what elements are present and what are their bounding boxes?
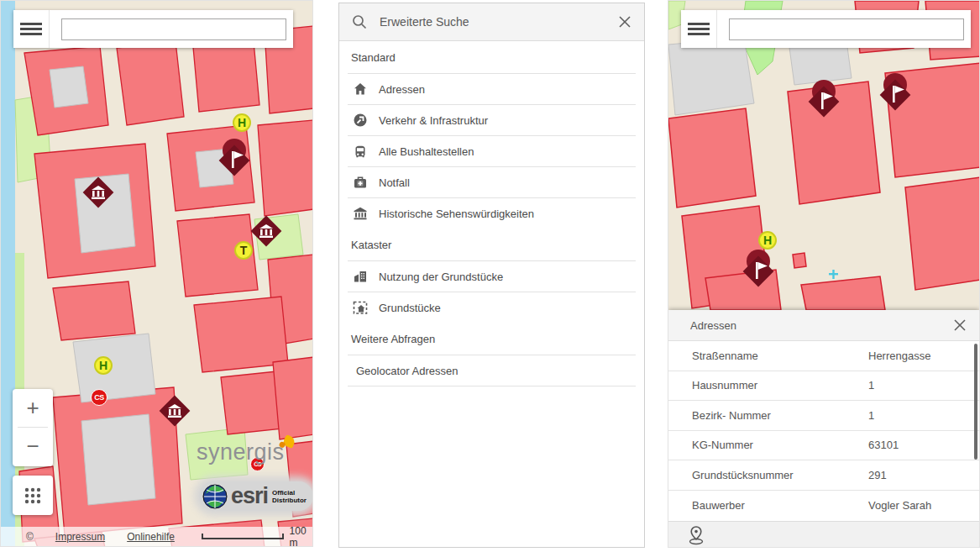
attribute-row: Hausnummer 1 [668, 371, 979, 402]
map-toolbar [13, 10, 293, 48]
bus-stop-badge[interactable]: H [94, 356, 113, 375]
impressum-link[interactable]: Impressum [55, 531, 105, 543]
parcel-icon [352, 299, 369, 316]
transit-icon [352, 112, 369, 129]
zoom-control: + − [13, 389, 53, 466]
search-item-notfall[interactable]: Notfall [339, 167, 644, 197]
close-feature-info-button[interactable] [952, 318, 967, 333]
hamburger-menu-button[interactable] [13, 10, 50, 48]
map-panel-detail: H Adressen Straßenname Herrengasse [668, 0, 980, 548]
section-label-weitere-abfragen: Weitere Abfragen [339, 323, 644, 355]
grid-icon [23, 486, 43, 506]
attribute-row: Bauwerber Vogler Sarah [668, 491, 979, 521]
copyright-symbol: © [26, 531, 34, 543]
onlinehilfe-link[interactable]: Onlinehilfe [127, 531, 175, 543]
synergis-logo: synergis [197, 439, 285, 465]
museum-marker[interactable] [81, 176, 115, 213]
museum-icon [352, 205, 369, 222]
feature-info-toolbar [668, 521, 979, 548]
search-item-adressen[interactable]: Adressen [339, 74, 644, 104]
scale-bar [202, 534, 284, 539]
feature-info-title: Adressen [690, 319, 952, 332]
advanced-search-panel: Erweiterte Suche Standard Adressen Verke… [338, 3, 645, 548]
sheet-scrollbar[interactable] [974, 344, 977, 460]
land-use-icon [352, 268, 369, 285]
zoom-in-button[interactable]: + [13, 389, 53, 427]
search-item-geolocator-adressen[interactable]: Geolocator Adressen [339, 355, 644, 386]
museum-marker[interactable] [249, 214, 283, 251]
attribute-row: Bezirk- Nummer 1 [668, 401, 979, 431]
search-item-grundstuecke[interactable]: Grundstücke [339, 292, 644, 323]
feature-info-sheet: Adressen Straßenname Herrengasse Hausnum… [668, 310, 979, 548]
search-panel-header: Erweiterte Suche [339, 3, 644, 41]
citybus-badge[interactable]: CS [91, 389, 107, 406]
hamburger-icon [688, 20, 710, 38]
search-panel-title: Erweiterte Suche [380, 15, 617, 29]
close-icon [617, 14, 632, 29]
map-toolbar [681, 10, 971, 48]
basemap-grid-button[interactable] [13, 476, 53, 515]
bus-stop-badge[interactable]: H [233, 113, 251, 132]
map-search-input[interactable] [729, 18, 964, 40]
close-search-panel-button[interactable] [617, 14, 632, 29]
zoom-to-feature-button[interactable] [685, 525, 707, 545]
search-item-nutzung-grundstuecke[interactable]: Nutzung der Grundstücke [339, 261, 644, 292]
attribute-row: KG-Nummer 63101 [668, 431, 979, 461]
map-search-input[interactable] [61, 18, 286, 40]
attribute-row: Grundstücksnummer 291 [668, 460, 979, 491]
section-label-kataster: Kataster [339, 229, 644, 260]
feature-info-header: Adressen [668, 310, 979, 341]
search-item-verkehr-infrastruktur[interactable]: Verkehr & Infrastruktur [339, 105, 644, 135]
search-item-bushaltestellen[interactable]: Alle Bushaltestellen [339, 136, 644, 166]
museum-marker[interactable] [158, 394, 191, 431]
flag-marker[interactable] [217, 135, 252, 181]
flag-marker[interactable] [806, 76, 841, 122]
close-icon [952, 318, 967, 333]
search-item-sehenswuerdigkeiten[interactable]: Historische Sehenswürdigkeiten [339, 198, 644, 229]
scale-label: 100 m [290, 525, 312, 548]
flag-marker-selected[interactable] [741, 246, 776, 292]
search-icon [351, 13, 368, 30]
location-pin-icon [685, 525, 707, 545]
esri-logo: esri Official Distributor [199, 481, 313, 511]
attribute-row: Straßenname Herrengasse [668, 341, 979, 371]
section-label-standard: Standard [339, 41, 644, 73]
attribution-bar: © Impressum Onlinehilfe 100 m [1, 527, 312, 546]
esri-globe-icon [202, 484, 228, 509]
zoom-out-button[interactable]: − [13, 428, 53, 465]
map-panel-overview: H T H [0, 0, 313, 547]
first-aid-icon [352, 174, 369, 191]
bus-icon [352, 143, 369, 160]
hamburger-icon [20, 20, 42, 38]
hamburger-menu-button[interactable] [681, 10, 717, 48]
home-icon [352, 81, 369, 97]
flag-marker[interactable] [878, 70, 913, 115]
